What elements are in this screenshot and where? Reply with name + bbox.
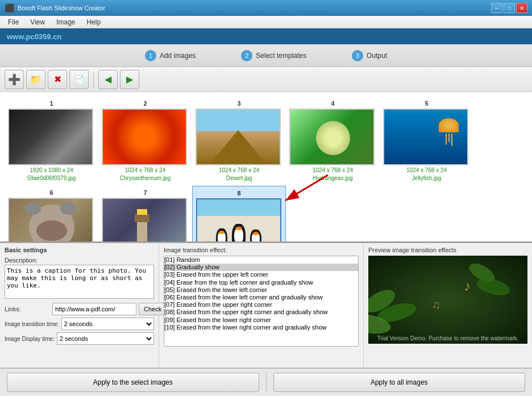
transition-item-3[interactable]: [03] Erased from the upper left corner [164,271,358,278]
step-select-templates[interactable]: 2 Select templates [241,50,306,61]
display-time-row: Image Display time: 1 seconds 2 seconds … [5,332,154,345]
main-area: 1 1920 x 1080 x 24 59ae0d06f0379.jpg 2 1… [0,92,532,396]
step-num-2: 2 [241,50,252,61]
image-info-3: 1024 x 768 x 24 Desert.jpg [196,166,282,182]
image-thumb-6 [8,198,93,243]
menu-bar: File View Image Help [0,16,532,28]
description-textarea[interactable]: This is a caption for this photo. You ma… [5,265,154,299]
step-add-images[interactable]: 1 Add images [145,50,196,61]
action-row: Apply to the select images Apply to all … [0,368,532,396]
preview-watermark: Trial Version Demo. Purchase to remove t… [368,335,527,341]
image-grid-container: 1 1920 x 1080 x 24 59ae0d06f0379.jpg 2 1… [0,92,532,243]
toolbar: ➕ 📁 ✖ 📄 ◀ ▶ [0,67,532,92]
transition-panel: Image transition effect: [01] Random [02… [159,243,364,368]
transition-list[interactable]: [01] Random [02] Gradually show [03] Era… [164,256,359,347]
url-bar: www.pc0359.cn [0,28,532,44]
title-bar: ⬛ Boxoft Flash Slideshow Creator ─ □ ✕ [0,0,532,16]
apply-all-button[interactable]: Apply to all images [273,373,526,392]
image-info-5: 1024 x 768 x 24 Jellyfish.jpg [383,166,470,182]
links-label: Links: [5,306,50,312]
steps-bar: 1 Add images 2 Select templates 3 Output [0,44,532,67]
preview-svg: ♪ ♫ [368,256,527,344]
bottom-panel: Basic settings Description: This is a ca… [0,243,532,368]
transition-time-label: Image transition time: [5,321,59,327]
transition-title: Image transition effect: [164,247,359,253]
image-info-4: 1024 x 768 x 24 Hydrangeas.jpg [289,166,376,182]
transition-time-select[interactable]: 1 seconds 2 seconds 3 seconds 5 seconds [61,318,154,330]
close-button[interactable]: ✕ [516,3,527,13]
image-info-1: 1920 x 1080 x 24 59ae0d06f0379.jpg [8,166,95,182]
step-num-1: 1 [145,50,156,61]
image-thumb-7 [102,198,187,243]
preview-title: Preview image transition effects [368,247,527,253]
toolbar-separator [93,72,94,87]
menu-file[interactable]: File [3,17,23,27]
transition-item-4[interactable]: [04] Erase from the top left corner and … [164,279,358,286]
svg-text:♫: ♫ [432,298,440,311]
image-thumb-2 [102,109,187,165]
image-num-5: 5 [383,100,470,107]
image-num-1: 1 [8,100,95,107]
image-cell-2[interactable]: 2 1024 x 768 x 24 Chrysanthemum.jpg [98,97,192,186]
settings-panel: Basic settings Description: This is a ca… [0,243,159,368]
action-divider [266,373,267,392]
image-num-4: 4 [289,100,376,107]
display-time-label: Image Display time: [5,336,55,342]
display-time-select[interactable]: 1 seconds 2 seconds 3 seconds 5 seconds [57,332,154,345]
image-cell-1[interactable]: 1 1920 x 1080 x 24 59ae0d06f0379.jpg [5,97,98,186]
preview-panel: Preview image transition effects ♪ ♫ Tri… [364,243,532,368]
step-label-2: Select templates [256,52,306,60]
image-cell-4[interactable]: 4 1024 x 768 x 24 Hydrangeas.jpg [286,97,380,186]
add-folder-button[interactable]: 📁 [26,70,45,89]
links-input[interactable] [52,303,136,315]
title-bar-controls: ─ □ ✕ [491,3,527,13]
image-num-3: 3 [196,100,282,107]
step-label-3: Output [367,52,387,60]
delete-button[interactable]: ✖ [48,70,67,89]
apply-select-button[interactable]: Apply to the select images [7,373,259,392]
step-num-3: 3 [352,50,363,61]
menu-help[interactable]: Help [82,17,106,27]
transition-time-row: Image transition time: 1 seconds 2 secon… [5,318,154,330]
app-title: Boxoft Flash Slideshow Creator [18,5,105,11]
preview-image: ♪ ♫ Trial Version Demo. Purchase to remo… [368,256,527,344]
transition-item-7[interactable]: [07] Erased from the upper right corner [164,301,358,309]
transition-item-10[interactable]: [10] Erased from the lower right corner … [164,324,358,331]
description-label: Description: [5,257,154,264]
add-images-button[interactable]: ➕ [5,70,24,89]
image-num-8: 8 [196,190,282,197]
clear-button[interactable]: 📄 [69,70,89,89]
image-grid: 1 1920 x 1080 x 24 59ae0d06f0379.jpg 2 1… [0,92,532,243]
image-thumb-1 [8,109,93,165]
svg-text:♪: ♪ [464,278,471,294]
image-thumb-5 [383,109,468,165]
image-num-2: 2 [102,100,189,107]
links-row: Links: Check [5,303,154,315]
transition-item-1[interactable]: [01] Random [164,256,358,264]
menu-view[interactable]: View [26,17,49,27]
move-right-button[interactable]: ▶ [120,70,139,89]
image-cell-8[interactable]: 8 [192,186,286,243]
transition-item-5[interactable]: [05] Erased from the lower left corner [164,286,358,294]
image-thumb-4 [289,109,375,165]
image-cell-6[interactable]: 6 1024 x 768 x 24 Koala.jpg [5,186,98,243]
menu-image[interactable]: Image [52,17,80,27]
image-cell-5[interactable]: 5 1024 x 768 x 24 Jellyfish.jpg [380,97,473,186]
image-cell-7[interactable]: 7 1024 x 768 x 24 Lighthouse.jpg [98,186,192,243]
minimize-button[interactable]: ─ [491,3,502,13]
transition-item-2[interactable]: [02] Gradually show [164,264,358,271]
step-output[interactable]: 3 Output [352,50,387,61]
step-label-1: Add images [160,52,196,60]
image-cell-3[interactable]: 3 1024 x 768 x 24 Desert.jpg [192,97,286,186]
url-text: www.pc0359.cn [7,32,61,41]
transition-item-9[interactable]: [09] Erased from the lower right corner [164,316,358,324]
title-bar-left: ⬛ Boxoft Flash Slideshow Creator [5,3,105,12]
image-num-6: 6 [8,189,95,196]
transition-item-8[interactable]: [08] Erased from the upper right corner … [164,309,358,316]
move-left-button[interactable]: ◀ [98,70,118,89]
settings-title: Basic settings [5,247,154,253]
transition-item-6[interactable]: [06] Erased from the lower left corner a… [164,294,358,301]
image-info-2: 1024 x 768 x 24 Chrysanthemum.jpg [102,166,189,182]
maximize-button[interactable]: □ [504,3,515,13]
image-thumb-3 [196,109,281,165]
